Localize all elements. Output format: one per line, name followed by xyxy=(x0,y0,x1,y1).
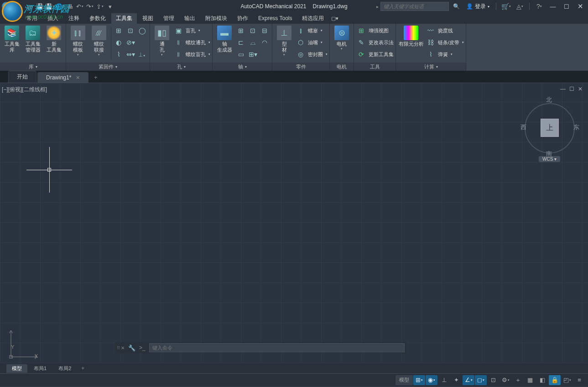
fastener-small-1-icon[interactable]: ⊞ xyxy=(113,25,124,36)
shaft-s8-icon[interactable]: ⊞▾ xyxy=(247,49,258,60)
status-otrack-icon[interactable]: ◻▾ xyxy=(475,375,487,385)
close-tab-icon[interactable]: ✕ xyxy=(76,75,80,81)
status-snap-icon[interactable]: ◉▾ xyxy=(426,375,437,385)
tab-collaborate[interactable]: 协作 xyxy=(233,13,253,24)
status-grid-icon[interactable]: ⊞▾ xyxy=(413,375,425,385)
status-menu-icon[interactable]: ≡ xyxy=(573,375,585,385)
cmd-grip-icon[interactable]: ⠿ xyxy=(117,345,119,350)
tab-manage[interactable]: 管理 xyxy=(159,13,179,24)
tab-parametric[interactable]: 参数化 xyxy=(85,13,110,24)
search-icon[interactable]: 🔍 xyxy=(451,2,462,11)
close-button[interactable]: ✕ xyxy=(574,2,586,10)
qat-saveas-icon[interactable]: 💾▾ xyxy=(45,1,55,11)
vc-north[interactable]: 北 xyxy=(546,96,552,104)
status-iso-icon[interactable]: ◰▾ xyxy=(561,375,573,385)
shaft-s7-icon[interactable]: ▭ xyxy=(235,49,246,60)
minimize-button[interactable]: — xyxy=(547,3,559,10)
tab-addins[interactable]: 附加模块 xyxy=(201,13,232,24)
viewport-label[interactable]: [−][俯视][二维线框] xyxy=(2,86,47,94)
btn-shaft-gen[interactable]: ▬轴 生成器 xyxy=(214,25,234,54)
vp-minimize-icon[interactable]: — xyxy=(560,86,566,92)
btn-update-toolset[interactable]: ⟳更新工具集 xyxy=(356,48,394,60)
vc-west[interactable]: 西 xyxy=(520,123,526,131)
fastener-small-4-icon[interactable]: ◐ xyxy=(113,37,124,48)
tab-express[interactable]: Express Tools xyxy=(254,14,297,23)
qat-undo-icon[interactable]: ↶▾ xyxy=(75,1,85,11)
layout-model[interactable]: 模型 xyxy=(6,364,27,373)
qat-web-icon[interactable]: 🌐▾ xyxy=(55,1,65,11)
btn-spring[interactable]: ⌇弹簧▾ xyxy=(425,48,464,60)
vp-maximize-icon[interactable]: ☐ xyxy=(569,86,574,92)
panel-expand-icon[interactable]: ▾ xyxy=(115,65,117,69)
btn-thread-blind[interactable]: ⦀螺纹盲孔▾ xyxy=(173,48,210,60)
btn-deflection[interactable]: 〰挠度线 xyxy=(425,25,464,37)
fastener-small-7-icon[interactable]: ⇔▾ xyxy=(125,49,136,60)
btn-grease[interactable]: ⬡油嘴▾ xyxy=(295,37,328,48)
login-button[interactable]: 👤 登录 ▾ xyxy=(463,3,492,10)
qat-share-icon[interactable]: ⇪▾ xyxy=(95,1,105,11)
shaft-s4-icon[interactable]: ⊏ xyxy=(235,37,246,48)
tab-output[interactable]: 输出 xyxy=(180,13,200,24)
shaft-s5-icon[interactable]: ⌓ xyxy=(247,37,258,48)
shaft-s1-icon[interactable]: ⊞ xyxy=(235,25,246,36)
cart-icon[interactable]: 🛒▾ xyxy=(500,3,512,10)
btn-tool-manager[interactable]: 🗂工具集 管理器 xyxy=(23,25,43,54)
tab-annotate[interactable]: 注释 xyxy=(64,13,84,24)
fastener-small-3-icon[interactable]: ◯ xyxy=(137,25,148,36)
fastener-small-5-icon[interactable]: ⊘▾ xyxy=(125,37,136,48)
status-polar-icon[interactable]: ✦ xyxy=(450,375,462,385)
btn-profile[interactable]: ⊥型 材▾ xyxy=(274,25,294,58)
btn-new-toolset[interactable]: ✦新 工具集 xyxy=(44,25,64,54)
status-ortho-icon[interactable]: ⊥ xyxy=(438,375,450,385)
tab-featured[interactable]: 精选应用 xyxy=(297,13,328,24)
command-input[interactable] xyxy=(149,343,405,352)
search-input[interactable] xyxy=(380,2,449,11)
btn-through-hole[interactable]: ▮▯通 孔▾ xyxy=(152,25,172,58)
vc-wcs-button[interactable]: WCS ▾ xyxy=(539,156,560,162)
fastener-small-2-icon[interactable]: ⊡ xyxy=(125,25,136,36)
status-layer-icon[interactable]: ▦ xyxy=(524,375,536,385)
qat-redo-icon[interactable]: ↷▾ xyxy=(85,1,95,11)
btn-thread-template[interactable]: ⫿⫿螺纹 模板▾ xyxy=(68,25,88,58)
tab-content[interactable]: 工具集 xyxy=(111,13,137,24)
status-osnap-icon[interactable]: ∠▾ xyxy=(463,375,474,385)
shaft-s2-icon[interactable]: ⊡ xyxy=(247,25,258,36)
cmd-customize-icon[interactable]: 🔧 xyxy=(126,345,137,351)
command-line[interactable]: ⠿ ✕ 🔧 >_ xyxy=(115,342,406,353)
qat-save-icon[interactable]: 💾 xyxy=(35,1,45,11)
qat-more-icon[interactable]: ▾ xyxy=(105,1,115,11)
viewcube[interactable]: 北 西 东 南 上 WCS ▾ xyxy=(522,97,577,161)
btn-blind-hole[interactable]: ▣盲孔▾ xyxy=(173,25,210,37)
btn-plug[interactable]: ⫿螺塞▾ xyxy=(295,25,328,37)
qat-plot-icon[interactable]: 🖶 xyxy=(65,1,75,11)
btn-fea[interactable]: 有限元分析 xyxy=(398,25,424,48)
status-qp-icon[interactable]: 🔒 xyxy=(549,375,561,385)
btn-seal[interactable]: ◎密封圈▾ xyxy=(295,48,328,60)
a360-icon[interactable]: ◬▾ xyxy=(514,3,526,10)
doctab-drawing1[interactable]: Drawing1* ✕ xyxy=(37,72,88,83)
qat-new-icon[interactable]: ▾ xyxy=(15,1,25,11)
btn-enhanced-view[interactable]: ⊞增强视图 xyxy=(356,25,394,37)
status-cycling-icon[interactable]: ⚙▾ xyxy=(500,375,511,385)
panel-expand-icon[interactable]: ▾ xyxy=(36,65,37,69)
fastener-small-8-icon[interactable]: ⟂▾ xyxy=(137,49,148,60)
btn-thread-connect[interactable]: ⫻螺纹 联接▾ xyxy=(89,25,109,58)
layout-2[interactable]: 布局2 xyxy=(53,364,77,373)
status-anno-icon[interactable]: ◧ xyxy=(536,375,548,385)
tab-home[interactable]: 常用 xyxy=(22,13,42,24)
fastener-small-6-icon[interactable]: ⌇ xyxy=(113,49,124,60)
vc-top-face[interactable]: 上 xyxy=(541,119,559,137)
search-expand-icon[interactable]: ▸ xyxy=(376,4,379,9)
btn-tool-library[interactable]: 📚工具集 库 xyxy=(2,25,22,54)
app-logo-icon[interactable] xyxy=(2,2,11,11)
help-icon[interactable]: ?▾ xyxy=(533,3,545,10)
doctab-add-button[interactable]: + xyxy=(89,73,102,83)
cmd-close-icon[interactable]: ✕ xyxy=(121,345,125,350)
panel-expand-icon[interactable]: ▾ xyxy=(184,65,186,69)
maximize-button[interactable]: ☐ xyxy=(561,3,572,10)
shaft-s6-icon[interactable]: ◠ xyxy=(259,37,270,48)
btn-change-rep[interactable]: ✎更改表示法 xyxy=(356,37,394,48)
btn-thread-through[interactable]: ⦀螺纹通孔▾ xyxy=(173,37,210,48)
status-lwt-icon[interactable]: ⊡ xyxy=(487,375,499,385)
tab-options-icon[interactable]: ▢▾ xyxy=(329,14,338,23)
